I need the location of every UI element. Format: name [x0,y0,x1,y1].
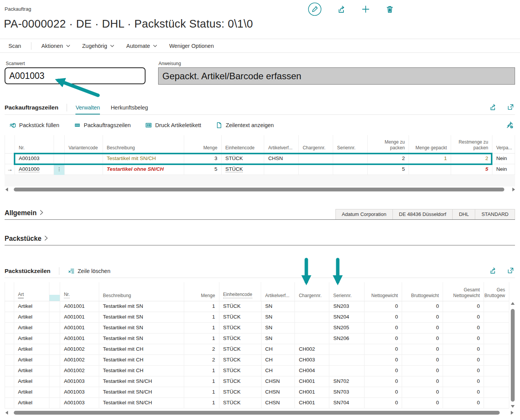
cell-ges_bruttogewicht[interactable] [484,355,509,366]
cell-seriennr[interactable]: SN704 [329,398,365,409]
cell-einheitencode[interactable]: STÜCK [222,154,265,164]
cell-nr[interactable]: A001003 [15,154,54,164]
menu-item-aktionen[interactable]: Aktionen [41,43,70,49]
cell-seriennr[interactable] [333,164,368,175]
column-header-menge_gepackt[interactable]: Menge gepackt [409,135,451,153]
column-header-nr[interactable]: Nr. [15,135,54,153]
column-header-chargennr[interactable]: Chargennr. [299,135,333,153]
table-row[interactable]: ArtikelA001002Testartikel mit CH1STÜCKCH… [5,366,509,376]
cell-menge[interactable]: 1 [184,301,219,312]
cell-beschreibung[interactable]: Testartikel mit SN [99,301,184,312]
table-row[interactable]: A001003Testartikel mit SN/CH3STÜCKCHSN21… [5,154,515,164]
cell-seriennr[interactable]: SN703 [329,387,365,398]
cell-einheitencode[interactable]: STÜCK [219,312,262,323]
cell-art[interactable]: Artikel [14,301,49,312]
delete-icon[interactable] [386,5,394,13]
cell-menu[interactable] [49,355,60,366]
table-row[interactable]: ArtikelA001001Testartikel mit SN1STÜCKSN… [5,312,509,323]
cell-ges_bruttogewicht[interactable] [484,398,509,409]
cell-seriennr[interactable]: SN204 [329,312,365,323]
cell-artikelverf[interactable]: CH [262,344,295,355]
cell-variantencode[interactable] [65,154,103,164]
tab-herkunftsbeleg[interactable]: Herkunftsbeleg [111,101,148,114]
cell-rowmark[interactable] [5,312,14,323]
cell-rowmark[interactable] [5,387,14,398]
column-header-ges_bruttogewicht[interactable]: Ges Bruttogew [484,282,509,301]
cell-chargennr[interactable] [295,301,329,312]
cell-art[interactable]: Artikel [14,312,49,323]
cell-nettogewicht[interactable]: 0 [365,312,402,323]
cell-nettogewicht[interactable]: 0 [365,333,402,344]
cell-ges_bruttogewicht[interactable] [484,387,509,398]
cell-menu[interactable] [49,376,60,387]
cell-ges_bruttogewicht[interactable] [484,344,509,355]
cell-menu[interactable] [54,154,65,164]
cell-gesamt_nettogewicht[interactable]: 0 [443,366,484,376]
cell-variantencode[interactable] [65,164,103,175]
cell-gesamt_nettogewicht[interactable]: 0 [443,376,484,387]
column-header-gesamt_nettogewicht[interactable]: Gesamt Nettogewicht [443,282,484,301]
cell-gesamt_nettogewicht[interactable]: 0 [443,387,484,398]
cell-menge_zu_packen[interactable]: 5 [368,164,409,175]
cell-nr[interactable]: A001001 [60,312,99,323]
cell-nettogewicht[interactable]: 0 [365,387,402,398]
cell-menge[interactable]: 1 [184,323,219,333]
cell-nr[interactable]: A001002 [60,344,99,355]
column-header-menge[interactable]: Menge [184,282,219,301]
cell-artikelverf[interactable]: CHSN [264,154,299,164]
cell-menge_zu_packen[interactable]: 2 [368,154,409,164]
cell-art[interactable]: Artikel [14,376,49,387]
column-header-artikelverf[interactable]: Artikelverf... [261,282,295,301]
cell-menu[interactable]: ⋮ [54,164,65,175]
cell-einheitencode[interactable]: STÜCK [219,344,262,355]
cell-einheitencode[interactable]: STÜCK [219,387,262,398]
cell-ges_bruttogewicht[interactable] [484,333,509,344]
packauftragszeilen-lines-button[interactable]: Packauftragszeilen [74,122,131,129]
cell-menge_gepackt[interactable] [409,164,451,175]
scroll-right-icon[interactable] [512,188,515,191]
cell-nettogewicht[interactable]: 0 [365,323,402,333]
cell-einheitencode[interactable]: STÜCK [219,333,262,344]
packstueck-fuellen-button[interactable]: Packstück füllen [9,122,59,129]
cell-menge[interactable]: 2 [184,355,219,366]
horizontal-scrollbar[interactable] [5,187,515,192]
cell-menge[interactable]: 1 [184,333,219,344]
cell-chargennr[interactable]: CH001 [295,376,329,387]
cell-menu[interactable] [49,312,60,323]
cell-gesamt_nettogewicht[interactable]: 0 [443,312,484,323]
unpin-icon[interactable] [506,121,513,130]
cell-art[interactable]: Artikel [14,333,49,344]
scroll-up-icon[interactable] [511,302,515,305]
column-header-menge_zu_packen[interactable]: Menge zu packen [368,135,409,153]
cell-seriennr[interactable]: SN205 [329,323,365,333]
badge-customer[interactable]: Adatum Corporation [336,209,393,219]
share-icon[interactable] [489,103,497,112]
cell-artikelverf[interactable]: SN [262,333,295,344]
badge-address[interactable]: DE 48436 Düsseldorf [393,209,453,219]
scanwert-input[interactable] [5,67,146,84]
cell-einheitencode[interactable]: STÜCK [219,376,262,387]
cell-art[interactable]: Artikel [14,323,49,333]
cell-rowmark[interactable] [5,366,14,376]
cell-artikelverf[interactable] [264,164,299,175]
cell-menu[interactable] [49,333,60,344]
cell-seriennr[interactable] [329,355,365,366]
scroll-down-icon[interactable] [511,405,515,408]
table-row[interactable]: ArtikelA001001Testartikel mit SN1STÜCKSN… [5,301,509,312]
cell-rowmark[interactable] [5,154,15,164]
cell-nr[interactable]: A001003 [60,398,99,409]
menu-item-automate[interactable]: Automate [126,43,157,49]
cell-menu[interactable] [49,398,60,409]
cell-nr[interactable]: A001001 [60,301,99,312]
cell-chargennr[interactable]: CH003 [295,355,329,366]
cell-seriennr[interactable]: SN203 [329,301,365,312]
column-header-art[interactable]: Art [14,282,49,301]
cell-beschreibung[interactable]: Testartikel ohne SN/CH [103,164,184,175]
cell-bruttogewicht[interactable]: 0 [402,301,443,312]
cell-beschreibung[interactable]: Testartikel mit SN [99,323,184,333]
cell-verpackt[interactable]: Nein [492,164,515,175]
cell-menge[interactable]: 3 [184,154,222,164]
cell-art[interactable]: Artikel [14,366,49,376]
cell-nr[interactable]: A001001 [60,323,99,333]
cell-nr[interactable]: A001002 [60,366,99,376]
